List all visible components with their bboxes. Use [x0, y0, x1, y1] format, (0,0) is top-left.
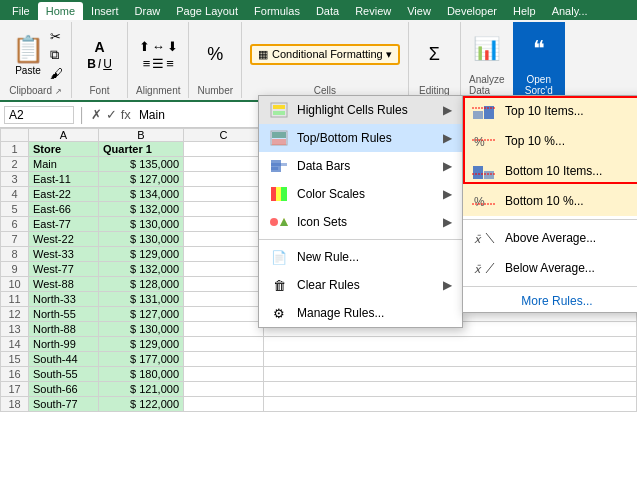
cell-c[interactable] — [184, 322, 264, 337]
align-middle-button[interactable]: ↔ — [152, 39, 165, 54]
submenu-more-rules[interactable]: More Rules... — [463, 290, 637, 312]
cell-a[interactable]: South-55 — [29, 367, 99, 382]
cell-a[interactable]: Main — [29, 157, 99, 172]
cell-a[interactable]: Store — [29, 142, 99, 157]
cell-c[interactable] — [184, 187, 264, 202]
cell-c[interactable] — [184, 382, 264, 397]
cell-a[interactable]: East-22 — [29, 187, 99, 202]
cell-a[interactable]: North-33 — [29, 292, 99, 307]
cell-a[interactable]: West-77 — [29, 262, 99, 277]
formula-icon[interactable]: fx — [121, 107, 131, 122]
align-left-button[interactable]: ≡ — [143, 56, 151, 71]
cell-c[interactable] — [184, 232, 264, 247]
format-painter-button[interactable]: 🖌 — [50, 66, 63, 81]
tab-insert[interactable]: Insert — [83, 2, 127, 20]
menu-item-highlight[interactable]: Highlight Cells Rules ▶ — [259, 96, 462, 124]
cell-c[interactable] — [184, 247, 264, 262]
underline-button[interactable]: U — [103, 57, 112, 71]
cell-b[interactable]: $ 129,000 — [99, 337, 184, 352]
cell-c[interactable] — [184, 352, 264, 367]
cell-c[interactable] — [184, 202, 264, 217]
cell-a[interactable]: East-77 — [29, 217, 99, 232]
cell-c[interactable] — [184, 262, 264, 277]
submenu-item-top10pct[interactable]: % Top 10 %... — [463, 126, 637, 156]
align-bottom-button[interactable]: ⬇ — [167, 39, 178, 54]
cell-a[interactable]: North-88 — [29, 322, 99, 337]
cell-c[interactable] — [184, 217, 264, 232]
tab-home[interactable]: Home — [38, 2, 83, 20]
cell-a[interactable]: East-11 — [29, 172, 99, 187]
cell-c[interactable] — [184, 142, 264, 157]
font-selector[interactable]: A — [94, 39, 104, 55]
number-format-selector[interactable]: % — [207, 44, 223, 65]
cell-c[interactable] — [184, 157, 264, 172]
tab-formulas[interactable]: Formulas — [246, 2, 308, 20]
cell-b[interactable]: $ 127,000 — [99, 307, 184, 322]
tab-analyze[interactable]: Analy... — [544, 2, 596, 20]
cut-button[interactable]: ✂ — [50, 29, 63, 44]
name-box[interactable] — [4, 106, 74, 124]
cell-b[interactable]: $ 130,000 — [99, 232, 184, 247]
cell-a[interactable]: South-44 — [29, 352, 99, 367]
cell-a[interactable]: East-66 — [29, 202, 99, 217]
tab-review[interactable]: Review — [347, 2, 399, 20]
menu-item-managerules[interactable]: ⚙ Manage Rules... — [259, 299, 462, 327]
cell-c[interactable] — [184, 307, 264, 322]
cell-c[interactable] — [184, 397, 264, 412]
cell-b[interactable]: $ 132,000 — [99, 262, 184, 277]
submenu-item-top10items[interactable]: Top 10 Items... — [463, 96, 637, 126]
align-top-button[interactable]: ⬆ — [139, 39, 150, 54]
cell-c[interactable] — [184, 292, 264, 307]
cell-a[interactable]: West-33 — [29, 247, 99, 262]
cell-b[interactable]: $ 131,000 — [99, 292, 184, 307]
menu-item-clearrules[interactable]: 🗑 Clear Rules ▶ — [259, 271, 462, 299]
paste-button[interactable]: 📋 Paste — [8, 32, 48, 78]
tab-developer[interactable]: Developer — [439, 2, 505, 20]
conditional-formatting-button[interactable]: ▦ Conditional Formatting ▾ — [250, 44, 400, 65]
cell-c[interactable] — [184, 172, 264, 187]
tab-pagelayout[interactable]: Page Layout — [168, 2, 246, 20]
cell-b[interactable]: $ 134,000 — [99, 187, 184, 202]
cell-a[interactable]: North-99 — [29, 337, 99, 352]
tab-help[interactable]: Help — [505, 2, 544, 20]
align-right-button[interactable]: ≡ — [166, 56, 174, 71]
cell-b[interactable]: $ 121,000 — [99, 382, 184, 397]
confirm-icon[interactable]: ✓ — [106, 107, 117, 122]
cell-b[interactable]: $ 130,000 — [99, 322, 184, 337]
submenu-item-bottom10pct[interactable]: % Bottom 10 %... — [463, 186, 637, 216]
tab-draw[interactable]: Draw — [127, 2, 169, 20]
cell-b[interactable]: $ 177,000 — [99, 352, 184, 367]
cancel-icon[interactable]: ✗ — [91, 107, 102, 122]
tab-view[interactable]: View — [399, 2, 439, 20]
cell-a[interactable]: West-22 — [29, 232, 99, 247]
cell-b[interactable]: $ 128,000 — [99, 277, 184, 292]
cell-b[interactable]: $ 130,000 — [99, 217, 184, 232]
bold-button[interactable]: B — [87, 57, 96, 71]
cell-a[interactable]: South-77 — [29, 397, 99, 412]
cell-a[interactable]: North-55 — [29, 307, 99, 322]
menu-item-topbottom[interactable]: Top/Bottom Rules ▶ — [259, 124, 462, 152]
submenu-item-belowavg[interactable]: x̄ Below Average... — [463, 253, 637, 283]
cell-c[interactable] — [184, 367, 264, 382]
submenu-item-aboveavg[interactable]: x̄ Above Average... — [463, 223, 637, 253]
cell-a[interactable]: West-88 — [29, 277, 99, 292]
cell-b[interactable]: $ 135,000 — [99, 157, 184, 172]
menu-item-iconsets[interactable]: Icon Sets ▶ — [259, 208, 462, 236]
italic-button[interactable]: I — [98, 57, 101, 71]
menu-item-newrule[interactable]: 📄 New Rule... — [259, 243, 462, 271]
tab-data[interactable]: Data — [308, 2, 347, 20]
cell-b[interactable]: $ 129,000 — [99, 247, 184, 262]
cell-c[interactable] — [184, 277, 264, 292]
align-center-button[interactable]: ☰ — [152, 56, 164, 71]
cell-b[interactable]: Quarter 1 — [99, 142, 184, 157]
menu-item-colorscales[interactable]: Color Scales ▶ — [259, 180, 462, 208]
copy-button[interactable]: ⧉ — [50, 47, 63, 63]
submenu-item-bottom10items[interactable]: Bottom 10 Items... — [463, 156, 637, 186]
cell-b[interactable]: $ 180,000 — [99, 367, 184, 382]
cell-b[interactable]: $ 127,000 — [99, 172, 184, 187]
cell-a[interactable]: South-66 — [29, 382, 99, 397]
cell-b[interactable]: $ 132,000 — [99, 202, 184, 217]
tab-file[interactable]: File — [4, 2, 38, 20]
cell-c[interactable] — [184, 337, 264, 352]
cell-b[interactable]: $ 122,000 — [99, 397, 184, 412]
